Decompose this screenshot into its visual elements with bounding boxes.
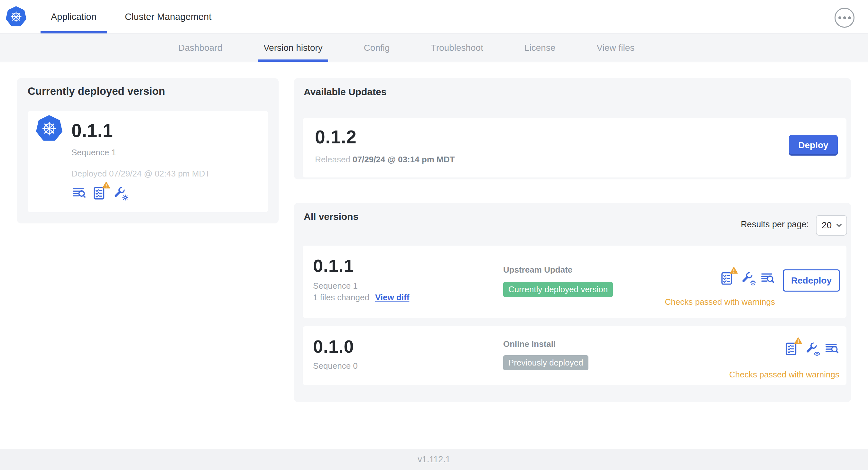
kubernetes-app-icon <box>36 115 62 143</box>
update-version-number: 0.1.2 <box>315 126 356 147</box>
logs-icon[interactable] <box>824 341 839 356</box>
tab-view-files[interactable]: View files <box>596 34 634 62</box>
preflight-checks-icon[interactable] <box>719 271 735 286</box>
tab-config[interactable]: Config <box>364 34 390 62</box>
console-version-label: v1.112.1 <box>417 455 451 465</box>
chevron-down-icon <box>836 224 842 227</box>
deploy-button[interactable]: Deploy <box>789 135 838 156</box>
currently-deployed-version-panel: 0.1.1 Sequence 1 Deployed 07/29/24 @ 02:… <box>28 111 268 212</box>
warning-triangle-icon <box>730 267 738 275</box>
gear-icon <box>122 195 128 202</box>
view-config-icon[interactable] <box>804 341 819 356</box>
tab-application[interactable]: Application <box>51 0 96 33</box>
warning-triangle-icon <box>794 337 802 345</box>
kubernetes-logo-icon <box>6 6 26 28</box>
edit-config-icon[interactable] <box>112 186 127 201</box>
current-version-number: 0.1.1 <box>71 120 113 141</box>
version-row-0-1-1: 0.1.1 Sequence 1 1 files changed View di… <box>303 246 846 318</box>
edit-config-icon[interactable] <box>740 271 755 286</box>
current-version-sequence: Sequence 1 <box>71 147 116 158</box>
currently-deployed-badge: Currently deployed version <box>503 282 613 297</box>
logs-icon[interactable] <box>760 271 775 286</box>
row-source-label: Online Install <box>503 339 556 349</box>
files-changed-label: 1 files changed <box>313 293 369 303</box>
preflight-checks-icon[interactable] <box>92 186 107 201</box>
update-row: 0.1.2 Released 07/29/24 @ 03:14 pm MDT D… <box>303 118 846 177</box>
checks-status-text: Checks passed with warnings <box>729 370 840 380</box>
results-per-page-select[interactable]: 20 <box>816 215 847 236</box>
currently-deployed-title: Currently deployed version <box>28 85 165 97</box>
ellipsis-icon <box>838 16 841 19</box>
view-diff-link[interactable]: View diff <box>375 293 409 303</box>
current-version-deployed-date: Deployed 07/29/24 @ 02:43 pm MDT <box>71 169 210 179</box>
overflow-menu-button[interactable] <box>835 8 855 28</box>
row-sequence: Sequence 1 <box>313 281 358 291</box>
available-updates-title: Available Updates <box>304 87 386 97</box>
all-versions-title: All versions <box>304 211 359 222</box>
app-subnav: Dashboard Version history Config Trouble… <box>0 34 868 62</box>
redeploy-button[interactable]: Redeploy <box>783 269 840 292</box>
tab-troubleshoot[interactable]: Troubleshoot <box>431 34 483 62</box>
tab-application-label: Application <box>51 11 96 22</box>
footer: v1.112.1 <box>0 449 868 470</box>
gear-icon <box>750 280 756 287</box>
preflight-checks-icon[interactable] <box>784 341 799 356</box>
previously-deployed-badge: Previously deployed <box>503 355 588 370</box>
tab-version-history[interactable]: Version history <box>264 34 323 62</box>
row-version-number: 0.1.1 <box>313 255 354 276</box>
tab-dashboard[interactable]: Dashboard <box>178 34 222 62</box>
update-released-date: Released 07/29/24 @ 03:14 pm MDT <box>315 155 455 165</box>
row-sequence: Sequence 0 <box>313 361 358 371</box>
warning-triangle-icon <box>102 181 110 190</box>
tab-license[interactable]: License <box>524 34 556 62</box>
all-versions-card: All versions Results per page: 20 0.1.1 … <box>294 203 851 402</box>
app-window: Application Cluster Management Dashboard… <box>0 0 868 470</box>
tab-cluster-management[interactable]: Cluster Management <box>125 0 211 33</box>
logs-icon[interactable] <box>71 186 87 201</box>
top-nav: Application Cluster Management <box>0 0 868 34</box>
results-per-page-label: Results per page: <box>741 220 809 230</box>
checks-status-text: Checks passed with warnings <box>665 297 775 307</box>
row-version-number: 0.1.0 <box>313 336 354 357</box>
row-source-label: Upstream Update <box>503 265 572 275</box>
available-updates-card: Available Updates 0.1.2 Released 07/29/2… <box>294 78 851 179</box>
eye-icon <box>814 351 820 358</box>
currently-deployed-card: Currently deployed version 0.1.1 Sequenc… <box>17 78 279 224</box>
version-row-0-1-0: 0.1.0 Sequence 0 Online Install Previous… <box>303 326 846 385</box>
tab-cluster-management-label: Cluster Management <box>125 11 211 22</box>
